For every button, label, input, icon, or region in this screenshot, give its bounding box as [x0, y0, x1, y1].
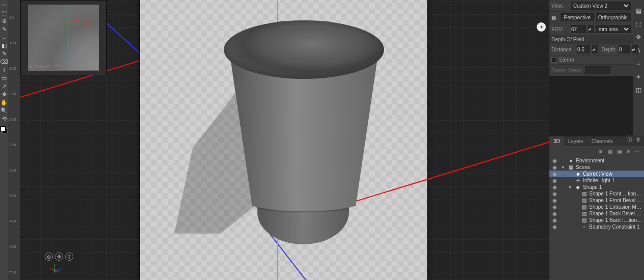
visibility-icon[interactable]: ◉ — [551, 217, 558, 223]
item-type-icon: ☀ — [575, 178, 581, 183]
item-label: Shape 1 Back I…tion Material — [589, 217, 642, 223]
fov-lens-select[interactable]: mm lens — [596, 25, 631, 33]
filter-lights-icon[interactable]: ▣ — [616, 148, 623, 155]
cube-icon: ▦ — [551, 15, 559, 20]
panel-dock-icon[interactable]: ◫ — [626, 135, 633, 143]
visibility-icon[interactable]: ◉ — [551, 171, 558, 177]
viewport[interactable]: 0, 31.91 px ⊕ ✥ ⇕ — [20, 0, 549, 280]
item-type-icon: ▧ — [581, 211, 587, 216]
filter-meshes-icon[interactable]: ≡ — [597, 148, 604, 155]
visibility-icon[interactable]: ◉ — [551, 164, 558, 170]
dolly-icon[interactable]: ⇕ — [65, 253, 73, 261]
depth-input[interactable] — [619, 45, 630, 53]
tree-row[interactable]: ◉▧Shape 1 Front Bevel Material — [549, 197, 644, 204]
tree-row[interactable]: ◉☀Infinite Light 1 — [549, 177, 644, 184]
dock-paragraph-icon[interactable]: ≡ — [634, 59, 643, 68]
depth-unit[interactable] — [632, 45, 638, 53]
tab-channels[interactable]: Channels — [588, 136, 617, 146]
tree-row[interactable]: ◉▾◆Shape 1 — [549, 184, 644, 190]
tree-row[interactable]: ◉●Environment — [549, 157, 644, 164]
twist-icon[interactable]: ▾ — [562, 164, 566, 170]
tool-3d[interactable]: ✥ — [1, 91, 8, 98]
item-label: Shape 1 Front …tion Material — [589, 191, 642, 197]
tool-marquee[interactable]: ⬚ — [1, 9, 8, 16]
tool-hand[interactable]: ✋ — [1, 99, 8, 106]
tree-row[interactable]: ◉▧Shape 1 Extrusion Material — [549, 204, 644, 210]
tool-text[interactable]: T — [1, 66, 8, 73]
tree-row[interactable]: ◉○Boundary Constraint 1 — [549, 223, 644, 230]
item-label: Shape 1 Extrusion Material — [589, 204, 642, 210]
item-type-icon: ▧ — [581, 191, 587, 197]
pan-icon[interactable]: ✥ — [55, 253, 63, 261]
panel-trash-icon[interactable]: 🗑 — [635, 135, 642, 143]
stereo-checkbox[interactable] — [551, 57, 557, 63]
tool-pencil[interactable]: ✎ — [1, 50, 8, 57]
distance-input[interactable] — [577, 45, 590, 53]
orthographic-button[interactable]: Orthographic — [596, 13, 631, 21]
tool-move[interactable]: ↔ — [1, 1, 8, 8]
item-type-icon: ▧ — [581, 217, 587, 223]
object-shape-1[interactable] — [224, 20, 384, 244]
depth-label: Depth: — [600, 47, 617, 52]
twist-icon[interactable]: ▾ — [569, 184, 573, 190]
stereo-views-input — [585, 66, 610, 74]
item-label: Infinite Light 1 — [583, 178, 642, 183]
color-swatches[interactable] — [1, 126, 8, 135]
filter-materials-icon[interactable]: ▦ — [606, 148, 613, 155]
orbit-icon[interactable]: ⊕ — [45, 253, 53, 261]
visibility-icon[interactable]: ◉ — [551, 158, 558, 163]
stereo-views-row: Stereo Views: — [549, 65, 633, 76]
ruler-tick: 400 — [8, 193, 20, 198]
item-type-icon: ● — [568, 158, 574, 163]
tool-brush[interactable]: ✎ — [1, 25, 8, 33]
foreground-swatch[interactable] — [1, 126, 6, 131]
view-select[interactable]: Custom View 2 — [571, 2, 631, 10]
tab-layers[interactable]: Layers — [564, 136, 588, 146]
tree-row[interactable]: ◉▧Shape 1 Back I…tion Material — [549, 217, 644, 223]
ruler-tick: 200 — [8, 92, 20, 96]
distance-unit[interactable] — [592, 45, 598, 53]
perspective-button[interactable]: Perspective — [561, 13, 593, 21]
visibility-icon[interactable]: ◉ — [551, 198, 558, 203]
tree-row[interactable]: ◉▧Shape 1 Back Bevel Material — [549, 210, 644, 217]
tool-rotate[interactable]: ⟲ — [1, 115, 8, 122]
visibility-icon[interactable]: ◉ — [551, 191, 558, 197]
tool-path[interactable]: ↗ — [1, 82, 8, 90]
fov-unit-select[interactable] — [588, 25, 594, 33]
tree-row[interactable]: ◉■Current View — [549, 171, 644, 177]
tree-row[interactable]: ◉▾▦Scene — [549, 164, 644, 171]
tool-shape[interactable]: ▭ — [1, 74, 8, 81]
axis-gizmo[interactable] — [50, 264, 65, 276]
item-label: Scene — [576, 164, 642, 170]
dock-properties-icon[interactable]: ◫ — [634, 86, 643, 95]
tool-lasso[interactable]: ⊕ — [1, 17, 8, 24]
visibility-icon[interactable]: ◉ — [551, 204, 558, 210]
item-type-icon: ■ — [575, 171, 581, 177]
dock-move-icon[interactable]: ✥ — [634, 33, 643, 42]
visibility-icon[interactable]: ◉ — [551, 184, 558, 190]
tool-zoom[interactable]: 🔍 — [1, 107, 8, 114]
item-label: Shape 1 — [583, 184, 642, 190]
tree-row[interactable]: ◉▧Shape 1 Front …tion Material — [549, 190, 644, 197]
ruler-tick: 300 — [8, 143, 20, 147]
tab-3d[interactable]: 3D — [549, 136, 564, 146]
tool-crop[interactable]: ⌄ — [1, 34, 8, 41]
navigator-panel[interactable]: 0, 31.91 px — [20, 0, 107, 75]
visibility-icon[interactable]: ◉ — [551, 224, 558, 230]
visibility-icon[interactable]: ◉ — [551, 211, 558, 216]
filter-more-icon[interactable]: ⋯ — [634, 148, 641, 155]
fov-input[interactable] — [571, 25, 586, 33]
visibility-icon[interactable]: ◉ — [551, 178, 558, 183]
tool-eraser[interactable]: ⌫ — [1, 58, 8, 65]
dock-adjust-icon[interactable]: ✶ — [634, 72, 643, 81]
filter-cameras-icon[interactable]: ☀ — [625, 148, 632, 155]
item-type-icon: ◆ — [575, 184, 581, 190]
tool-gradient[interactable]: ◧ — [1, 42, 8, 49]
dock-panel-icon[interactable]: ⬚ — [634, 19, 643, 29]
cube-icon[interactable]: ▦ — [634, 6, 643, 15]
vertical-ruler[interactable]: 50100150200250300350400450500550 — [8, 0, 20, 280]
camera-widget-icon[interactable]: ✦ — [537, 22, 546, 32]
navigator-preview: 0, 31.91 px — [28, 5, 99, 71]
item-label: Shape 1 Back Bevel Material — [589, 211, 642, 216]
scene-tree[interactable]: ◉●Environment◉▾▦Scene◉■Current View◉☀Inf… — [549, 156, 644, 231]
